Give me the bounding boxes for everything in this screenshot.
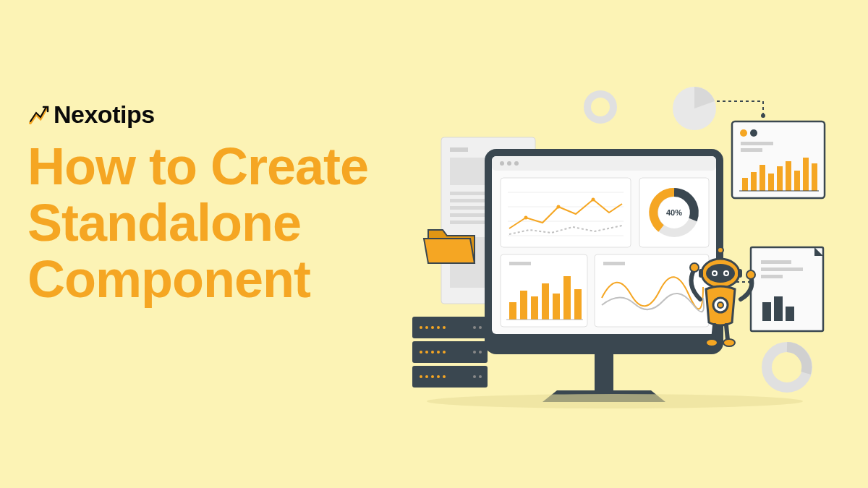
- server-stack-icon: [412, 317, 488, 388]
- svg-point-55: [473, 326, 476, 329]
- monitor-icon: 40%: [485, 149, 723, 402]
- svg-rect-18: [760, 165, 765, 191]
- svg-rect-37: [412, 317, 488, 338]
- svg-point-26: [761, 114, 765, 118]
- svg-point-44: [443, 326, 446, 329]
- donut-icon: [587, 94, 613, 120]
- svg-rect-80: [520, 291, 527, 320]
- svg-rect-23: [803, 158, 809, 191]
- svg-point-60: [479, 375, 482, 378]
- svg-rect-34: [786, 307, 794, 321]
- svg-point-48: [437, 351, 440, 354]
- page-title: How to Create Standalone Component: [27, 139, 368, 307]
- svg-rect-22: [794, 171, 800, 191]
- svg-rect-20: [777, 166, 783, 191]
- svg-point-56: [479, 326, 482, 329]
- svg-rect-38: [412, 341, 488, 363]
- donut-chart-icon: [767, 347, 807, 388]
- brand-arrow-icon: [27, 104, 49, 126]
- svg-line-104: [713, 325, 715, 340]
- svg-rect-84: [563, 276, 571, 320]
- svg-rect-81: [531, 296, 538, 320]
- svg-point-107: [723, 339, 735, 346]
- svg-rect-33: [774, 296, 783, 321]
- svg-rect-85: [574, 289, 582, 320]
- headline-line-3: Component: [27, 252, 368, 308]
- svg-rect-19: [768, 174, 774, 191]
- svg-rect-2: [450, 147, 468, 152]
- svg-rect-16: [742, 178, 748, 191]
- svg-point-57: [473, 351, 476, 354]
- svg-rect-83: [553, 294, 560, 320]
- svg-point-91: [746, 270, 755, 279]
- svg-point-74: [557, 205, 561, 209]
- svg-point-40: [420, 326, 422, 329]
- svg-rect-101: [738, 269, 742, 278]
- brand-name: Nexotips: [54, 100, 155, 129]
- svg-point-54: [443, 375, 446, 378]
- svg-point-58: [479, 351, 482, 354]
- svg-point-90: [690, 263, 699, 272]
- svg-rect-17: [751, 172, 757, 191]
- svg-rect-29: [761, 260, 791, 264]
- svg-rect-61: [595, 354, 613, 390]
- svg-rect-39: [412, 366, 488, 388]
- pie-chart-icon: [673, 87, 716, 130]
- svg-rect-82: [542, 283, 549, 320]
- svg-point-51: [425, 375, 428, 378]
- svg-line-105: [726, 325, 728, 340]
- svg-point-103: [718, 302, 723, 308]
- svg-rect-79: [509, 302, 516, 320]
- svg-rect-68: [501, 178, 631, 247]
- svg-point-59: [473, 375, 476, 378]
- svg-point-42: [431, 326, 434, 329]
- headline-line-1: How to Create: [27, 139, 368, 195]
- report-paper-icon: [751, 247, 823, 331]
- svg-rect-30: [761, 267, 803, 271]
- svg-rect-32: [762, 302, 771, 321]
- svg-rect-15: [741, 148, 762, 152]
- bar-chart-card-icon: [732, 121, 825, 198]
- svg-point-98: [713, 272, 716, 275]
- svg-rect-100: [699, 269, 703, 278]
- svg-point-75: [592, 198, 595, 202]
- svg-point-47: [431, 351, 434, 354]
- dashboard-illustration: 40%: [398, 80, 839, 412]
- brand-logo: Nexotips: [27, 100, 155, 129]
- svg-point-49: [443, 351, 446, 354]
- svg-rect-87: [509, 262, 531, 265]
- svg-point-46: [425, 351, 428, 354]
- svg-point-43: [437, 326, 440, 329]
- svg-rect-24: [812, 163, 817, 191]
- svg-point-73: [524, 216, 528, 220]
- svg-point-45: [420, 351, 422, 354]
- svg-point-93: [718, 247, 723, 253]
- svg-point-106: [706, 339, 718, 346]
- svg-point-41: [425, 326, 428, 329]
- svg-point-67: [514, 161, 519, 166]
- svg-rect-64: [492, 156, 716, 171]
- svg-point-12: [740, 129, 747, 137]
- svg-point-95: [706, 264, 735, 283]
- headline-line-2: Standalone: [27, 195, 368, 252]
- svg-point-66: [507, 161, 511, 166]
- svg-point-108: [427, 394, 803, 408]
- svg-point-13: [750, 129, 757, 137]
- svg-point-50: [420, 375, 422, 378]
- svg-rect-21: [786, 161, 791, 191]
- svg-point-65: [500, 161, 504, 166]
- svg-point-53: [437, 375, 440, 378]
- svg-point-99: [725, 272, 728, 275]
- svg-rect-89: [603, 262, 625, 265]
- donut-percentage-label: 40%: [666, 208, 682, 217]
- svg-point-52: [431, 375, 434, 378]
- svg-rect-31: [761, 275, 783, 278]
- svg-rect-14: [741, 142, 773, 145]
